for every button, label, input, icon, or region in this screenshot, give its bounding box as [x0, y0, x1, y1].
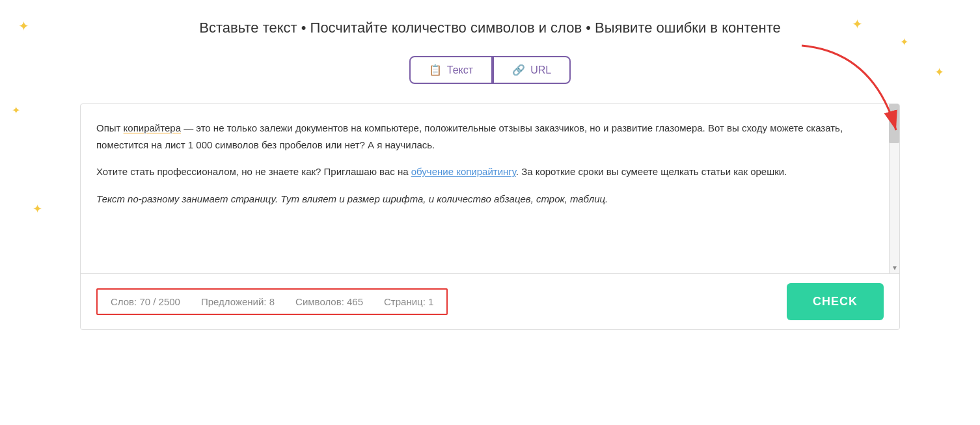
- page-wrapper: ✦ ✦ ✦ ✦ ✦ ✦ Вставьте текст • Посчитайте …: [0, 0, 980, 425]
- star-decoration-3: ✦: [33, 202, 42, 216]
- text-content-area[interactable]: Опыт копирайтера — это не только залежи …: [81, 104, 899, 273]
- chars-label: Символов:: [295, 296, 344, 307]
- tab-text-label: Текст: [447, 64, 473, 76]
- words-label: Слов:: [111, 296, 137, 307]
- tab-url-label: URL: [530, 64, 551, 76]
- stat-words: Слов: 70 / 2500: [111, 296, 180, 307]
- star-decoration-1: ✦: [18, 18, 29, 34]
- sentences-value: 8: [269, 296, 275, 307]
- main-content-area: Опыт копирайтера — это не только залежи …: [80, 103, 900, 330]
- pages-value: 1: [428, 296, 433, 307]
- stat-chars: Символов: 465: [295, 296, 363, 307]
- star-decoration-6: ✦: [934, 65, 944, 79]
- tab-bar: 📋 Текст 🔗 URL: [52, 56, 928, 84]
- url-tab-icon: 🔗: [512, 64, 525, 76]
- scrollbar-track[interactable]: ▲ ▼: [889, 104, 899, 273]
- tab-text[interactable]: 📋 Текст: [409, 56, 493, 84]
- scrollbar-thumb[interactable]: [889, 104, 899, 143]
- paragraph-2: Хотите стать профессионалом, но не знает…: [96, 163, 873, 180]
- scrollbar-arrow-down[interactable]: ▼: [890, 262, 900, 273]
- star-decoration-2: ✦: [12, 104, 20, 117]
- text-tab-icon: 📋: [429, 64, 442, 76]
- star-decoration-5: ✦: [900, 36, 908, 48]
- paragraph-1: Опыт копирайтера — это не только залежи …: [96, 120, 873, 153]
- words-value: 70 / 2500: [139, 296, 180, 307]
- page-title: Вставьте текст • Посчитайте количество с…: [52, 20, 928, 36]
- stats-info-box: Слов: 70 / 2500 Предложений: 8 Символов:…: [96, 288, 448, 315]
- sentences-label: Предложений:: [201, 296, 267, 307]
- paragraph-3: Текст по-разному занимает страницу. Тут …: [96, 191, 873, 208]
- stats-bar: Слов: 70 / 2500 Предложений: 8 Символов:…: [81, 273, 899, 329]
- link-copywriter[interactable]: копирайтера: [124, 122, 181, 133]
- tab-url[interactable]: 🔗 URL: [493, 56, 571, 84]
- pages-label: Страниц:: [384, 296, 426, 307]
- stat-pages: Страниц: 1: [384, 296, 433, 307]
- chars-value: 465: [347, 296, 363, 307]
- check-button[interactable]: CHECK: [787, 283, 884, 320]
- stat-sentences: Предложений: 8: [201, 296, 275, 307]
- link-copywriting-course[interactable]: обучение копирайтингу: [411, 166, 516, 177]
